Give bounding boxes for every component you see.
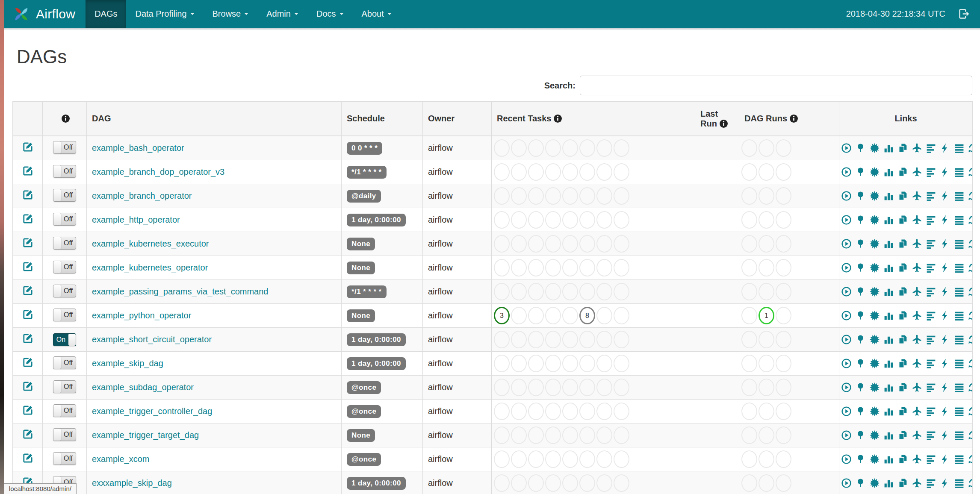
nav-item-admin[interactable]: Admin (257, 0, 307, 28)
link-tree-view[interactable] (855, 334, 866, 345)
dag-link[interactable]: example_bash_operator (92, 143, 184, 153)
link-gantt-view[interactable] (926, 406, 936, 417)
nav-item-dags[interactable]: DAGs (86, 0, 126, 28)
link-task-duration[interactable] (883, 286, 894, 297)
link-graph-view[interactable] (869, 478, 880, 488)
link-trigger-dag[interactable] (841, 382, 852, 393)
link-refresh[interactable] (968, 406, 973, 417)
link-tree-view[interactable] (855, 382, 866, 393)
edit-dag-button[interactable] (22, 165, 33, 176)
link-landing-times[interactable] (912, 406, 922, 417)
link-landing-times[interactable] (912, 358, 922, 369)
link-refresh[interactable] (968, 262, 973, 273)
link-logs[interactable] (954, 358, 965, 369)
schedule-badge[interactable]: None (347, 309, 375, 322)
link-task-duration[interactable] (883, 478, 894, 488)
edit-dag-button[interactable] (22, 189, 33, 200)
link-task-duration[interactable] (883, 334, 894, 345)
link-gantt-view[interactable] (926, 238, 936, 249)
link-logs[interactable] (954, 143, 965, 153)
link-graph-view[interactable] (869, 286, 880, 297)
link-logs[interactable] (954, 406, 965, 417)
schedule-badge[interactable]: 1 day, 0:00:00 (347, 333, 406, 346)
schedule-badge[interactable]: 1 day, 0:00:00 (347, 214, 406, 226)
link-tree-view[interactable] (855, 143, 866, 153)
link-refresh[interactable] (968, 310, 973, 321)
edit-dag-button[interactable] (22, 453, 33, 464)
dag-link[interactable]: example_kubernetes_executor (92, 239, 209, 248)
logout-button[interactable] (958, 8, 970, 20)
edit-dag-button[interactable] (22, 429, 33, 440)
link-logs[interactable] (954, 454, 965, 465)
link-code-view[interactable] (940, 334, 950, 345)
dag-link[interactable]: example_subdag_operator (92, 382, 194, 392)
info-icon[interactable] (719, 119, 728, 128)
link-tree-view[interactable] (855, 191, 866, 201)
link-code-view[interactable] (940, 358, 950, 369)
link-graph-view[interactable] (869, 191, 880, 201)
edit-dag-button[interactable] (22, 141, 33, 153)
link-landing-times[interactable] (912, 478, 922, 488)
schedule-badge[interactable]: 1 day, 0:00:00 (347, 477, 406, 490)
edit-dag-button[interactable] (22, 285, 33, 296)
dag-link[interactable]: example_short_circuit_operator (92, 335, 212, 344)
dag-link[interactable]: example_xcom (92, 454, 150, 464)
dagrun-state-circle-running[interactable]: 1 (759, 307, 774, 324)
link-task-tries[interactable] (897, 454, 908, 465)
link-landing-times[interactable] (912, 454, 922, 465)
link-tree-view[interactable] (855, 238, 866, 249)
link-gantt-view[interactable] (926, 430, 936, 441)
link-trigger-dag[interactable] (841, 406, 852, 417)
link-task-tries[interactable] (897, 143, 908, 153)
dag-pause-toggle[interactable]: Off (53, 404, 76, 417)
link-gantt-view[interactable] (926, 358, 936, 369)
link-tree-view[interactable] (855, 215, 866, 225)
link-code-view[interactable] (940, 167, 950, 177)
link-tree-view[interactable] (855, 167, 866, 177)
dag-link[interactable]: example_http_operator (92, 215, 180, 224)
dag-link[interactable]: example_trigger_target_dag (92, 430, 199, 440)
dag-link[interactable]: example_skip_dag (92, 359, 163, 368)
link-logs[interactable] (954, 167, 965, 177)
link-gantt-view[interactable] (926, 382, 936, 393)
link-task-tries[interactable] (897, 406, 908, 417)
info-icon[interactable] (61, 114, 70, 123)
link-logs[interactable] (954, 238, 965, 249)
link-gantt-view[interactable] (926, 286, 936, 297)
dag-pause-toggle[interactable]: Off (53, 237, 76, 250)
link-tree-view[interactable] (855, 286, 866, 297)
link-graph-view[interactable] (869, 310, 880, 321)
link-tree-view[interactable] (855, 454, 866, 465)
link-code-view[interactable] (940, 382, 950, 393)
link-task-tries[interactable] (897, 238, 908, 249)
link-trigger-dag[interactable] (841, 478, 852, 488)
link-gantt-view[interactable] (926, 167, 936, 177)
link-refresh[interactable] (968, 382, 973, 393)
dag-pause-toggle[interactable]: Off (53, 452, 76, 465)
link-tree-view[interactable] (855, 358, 866, 369)
schedule-badge[interactable]: 1 day, 0:00:00 (347, 357, 406, 370)
link-code-view[interactable] (940, 454, 950, 465)
dag-link[interactable]: example_kubernetes_operator (92, 263, 208, 272)
link-task-duration[interactable] (883, 310, 894, 321)
link-trigger-dag[interactable] (841, 191, 852, 201)
link-graph-view[interactable] (869, 334, 880, 345)
link-code-view[interactable] (940, 262, 950, 273)
schedule-badge[interactable]: @daily (347, 190, 381, 203)
dag-link[interactable]: example_passing_params_via_test_command (92, 287, 268, 296)
link-task-duration[interactable] (883, 215, 894, 225)
edit-dag-button[interactable] (22, 357, 33, 368)
edit-dag-button[interactable] (22, 213, 33, 224)
link-landing-times[interactable] (912, 382, 922, 393)
link-graph-view[interactable] (869, 262, 880, 273)
link-code-view[interactable] (940, 478, 950, 488)
link-graph-view[interactable] (869, 238, 880, 249)
schedule-badge[interactable]: None (347, 429, 375, 442)
link-landing-times[interactable] (912, 310, 922, 321)
link-landing-times[interactable] (912, 167, 922, 177)
task-state-circle-success[interactable]: 3 (494, 307, 510, 324)
link-tree-view[interactable] (855, 310, 866, 321)
link-code-view[interactable] (940, 310, 950, 321)
link-refresh[interactable] (968, 143, 973, 153)
nav-item-data-profiling[interactable]: Data Profiling (126, 0, 203, 28)
